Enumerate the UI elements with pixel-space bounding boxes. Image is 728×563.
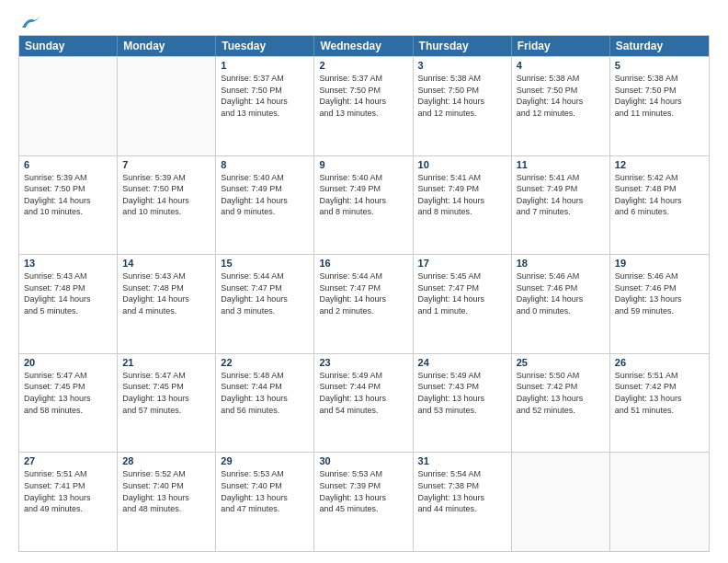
cell-day-number: 15 — [221, 258, 309, 269]
cell-info: Sunrise: 5:53 AM Sunset: 7:40 PM Dayligh… — [221, 468, 309, 514]
weekday-header: Wednesday — [314, 36, 413, 56]
cell-day-number: 5 — [615, 60, 704, 71]
cell-info: Sunrise: 5:43 AM Sunset: 7:48 PM Dayligh… — [24, 270, 112, 316]
cell-day-number: 17 — [418, 258, 506, 269]
calendar-cell: 25Sunrise: 5:50 AM Sunset: 7:42 PM Dayli… — [512, 354, 610, 453]
cell-info: Sunrise: 5:46 AM Sunset: 7:46 PM Dayligh… — [517, 270, 605, 316]
cell-info: Sunrise: 5:37 AM Sunset: 7:50 PM Dayligh… — [319, 73, 407, 119]
calendar-cell — [610, 453, 709, 551]
calendar-row: 27Sunrise: 5:51 AM Sunset: 7:41 PM Dayli… — [19, 452, 709, 551]
calendar-cell: 28Sunrise: 5:52 AM Sunset: 7:40 PM Dayli… — [118, 453, 216, 551]
calendar-cell — [19, 57, 118, 155]
cell-day-number: 2 — [319, 60, 407, 71]
cell-day-number: 31 — [418, 455, 506, 466]
cell-info: Sunrise: 5:50 AM Sunset: 7:42 PM Dayligh… — [517, 370, 605, 416]
cell-info: Sunrise: 5:37 AM Sunset: 7:50 PM Dayligh… — [221, 73, 309, 119]
page: SundayMondayTuesdayWednesdayThursdayFrid… — [0, 0, 728, 563]
calendar-cell: 12Sunrise: 5:42 AM Sunset: 7:48 PM Dayli… — [610, 156, 709, 255]
cell-day-number: 4 — [517, 60, 605, 71]
cell-day-number: 22 — [221, 357, 309, 368]
calendar-cell: 11Sunrise: 5:41 AM Sunset: 7:49 PM Dayli… — [512, 156, 610, 255]
weekday-header: Monday — [118, 36, 216, 56]
cell-day-number: 23 — [319, 357, 407, 368]
cell-info: Sunrise: 5:40 AM Sunset: 7:49 PM Dayligh… — [221, 172, 309, 218]
calendar-cell: 14Sunrise: 5:43 AM Sunset: 7:48 PM Dayli… — [118, 255, 216, 353]
cell-info: Sunrise: 5:53 AM Sunset: 7:39 PM Dayligh… — [319, 468, 407, 514]
weekday-header: Tuesday — [216, 36, 314, 56]
calendar-cell — [512, 453, 610, 551]
calendar-cell: 27Sunrise: 5:51 AM Sunset: 7:41 PM Dayli… — [19, 453, 118, 551]
cell-day-number: 28 — [122, 455, 210, 466]
cell-info: Sunrise: 5:51 AM Sunset: 7:42 PM Dayligh… — [615, 370, 704, 416]
calendar-cell: 21Sunrise: 5:47 AM Sunset: 7:45 PM Dayli… — [118, 354, 216, 453]
calendar-cell: 17Sunrise: 5:45 AM Sunset: 7:47 PM Dayli… — [414, 255, 512, 353]
calendar-row: 13Sunrise: 5:43 AM Sunset: 7:48 PM Dayli… — [19, 254, 709, 353]
weekday-header: Saturday — [610, 36, 709, 56]
cell-info: Sunrise: 5:44 AM Sunset: 7:47 PM Dayligh… — [221, 270, 309, 316]
calendar-cell: 24Sunrise: 5:49 AM Sunset: 7:43 PM Dayli… — [414, 354, 512, 453]
cell-info: Sunrise: 5:38 AM Sunset: 7:50 PM Dayligh… — [615, 73, 704, 119]
cell-day-number: 19 — [615, 258, 704, 269]
cell-day-number: 11 — [517, 159, 605, 170]
calendar-cell: 30Sunrise: 5:53 AM Sunset: 7:39 PM Dayli… — [314, 453, 413, 551]
calendar-cell: 4Sunrise: 5:38 AM Sunset: 7:50 PM Daylig… — [512, 57, 610, 155]
cell-day-number: 30 — [319, 455, 407, 466]
cell-info: Sunrise: 5:38 AM Sunset: 7:50 PM Dayligh… — [517, 73, 605, 119]
cell-day-number: 24 — [418, 357, 506, 368]
header — [18, 15, 710, 28]
cell-info: Sunrise: 5:47 AM Sunset: 7:45 PM Dayligh… — [24, 370, 112, 416]
cell-day-number: 25 — [517, 357, 605, 368]
cell-info: Sunrise: 5:48 AM Sunset: 7:44 PM Dayligh… — [221, 370, 309, 416]
cell-info: Sunrise: 5:42 AM Sunset: 7:48 PM Dayligh… — [615, 172, 704, 218]
calendar-cell: 10Sunrise: 5:41 AM Sunset: 7:49 PM Dayli… — [414, 156, 512, 255]
cell-info: Sunrise: 5:44 AM Sunset: 7:47 PM Dayligh… — [319, 270, 407, 316]
calendar-header: SundayMondayTuesdayWednesdayThursdayFrid… — [19, 36, 709, 56]
calendar-cell: 7Sunrise: 5:39 AM Sunset: 7:50 PM Daylig… — [118, 156, 216, 255]
calendar-cell: 6Sunrise: 5:39 AM Sunset: 7:50 PM Daylig… — [19, 156, 118, 255]
weekday-header: Thursday — [414, 36, 512, 56]
cell-day-number: 3 — [418, 60, 506, 71]
calendar-cell: 13Sunrise: 5:43 AM Sunset: 7:48 PM Dayli… — [19, 255, 118, 353]
cell-info: Sunrise: 5:45 AM Sunset: 7:47 PM Dayligh… — [418, 270, 506, 316]
cell-info: Sunrise: 5:49 AM Sunset: 7:43 PM Dayligh… — [418, 370, 506, 416]
calendar-cell: 15Sunrise: 5:44 AM Sunset: 7:47 PM Dayli… — [216, 255, 314, 353]
calendar-cell: 31Sunrise: 5:54 AM Sunset: 7:38 PM Dayli… — [414, 453, 512, 551]
cell-info: Sunrise: 5:40 AM Sunset: 7:49 PM Dayligh… — [319, 172, 407, 218]
calendar-cell: 8Sunrise: 5:40 AM Sunset: 7:49 PM Daylig… — [216, 156, 314, 255]
cell-info: Sunrise: 5:39 AM Sunset: 7:50 PM Dayligh… — [122, 172, 210, 218]
calendar-cell: 16Sunrise: 5:44 AM Sunset: 7:47 PM Dayli… — [314, 255, 413, 353]
cell-info: Sunrise: 5:46 AM Sunset: 7:46 PM Dayligh… — [615, 270, 704, 316]
cell-day-number: 6 — [24, 159, 112, 170]
cell-day-number: 29 — [221, 455, 309, 466]
calendar-cell: 23Sunrise: 5:49 AM Sunset: 7:44 PM Dayli… — [314, 354, 413, 453]
cell-info: Sunrise: 5:47 AM Sunset: 7:45 PM Dayligh… — [122, 370, 210, 416]
logo — [18, 15, 40, 28]
calendar-body: 1Sunrise: 5:37 AM Sunset: 7:50 PM Daylig… — [19, 56, 709, 551]
weekday-header: Friday — [512, 36, 610, 56]
cell-info: Sunrise: 5:49 AM Sunset: 7:44 PM Dayligh… — [319, 370, 407, 416]
cell-day-number: 10 — [418, 159, 506, 170]
cell-info: Sunrise: 5:54 AM Sunset: 7:38 PM Dayligh… — [418, 468, 506, 514]
cell-day-number: 20 — [24, 357, 112, 368]
cell-info: Sunrise: 5:41 AM Sunset: 7:49 PM Dayligh… — [418, 172, 506, 218]
cell-day-number: 12 — [615, 159, 704, 170]
calendar-cell: 22Sunrise: 5:48 AM Sunset: 7:44 PM Dayli… — [216, 354, 314, 453]
cell-info: Sunrise: 5:43 AM Sunset: 7:48 PM Dayligh… — [122, 270, 210, 316]
calendar-row: 1Sunrise: 5:37 AM Sunset: 7:50 PM Daylig… — [19, 56, 709, 155]
calendar-cell — [118, 57, 216, 155]
cell-day-number: 27 — [24, 455, 112, 466]
calendar-cell: 3Sunrise: 5:38 AM Sunset: 7:50 PM Daylig… — [414, 57, 512, 155]
calendar-cell: 20Sunrise: 5:47 AM Sunset: 7:45 PM Dayli… — [19, 354, 118, 453]
cell-day-number: 7 — [122, 159, 210, 170]
cell-day-number: 1 — [221, 60, 309, 71]
calendar-row: 6Sunrise: 5:39 AM Sunset: 7:50 PM Daylig… — [19, 155, 709, 255]
cell-day-number: 16 — [319, 258, 407, 269]
calendar-cell: 1Sunrise: 5:37 AM Sunset: 7:50 PM Daylig… — [216, 57, 314, 155]
calendar-cell: 29Sunrise: 5:53 AM Sunset: 7:40 PM Dayli… — [216, 453, 314, 551]
cell-info: Sunrise: 5:39 AM Sunset: 7:50 PM Dayligh… — [24, 172, 112, 218]
cell-info: Sunrise: 5:52 AM Sunset: 7:40 PM Dayligh… — [122, 468, 210, 514]
cell-day-number: 9 — [319, 159, 407, 170]
calendar-cell: 9Sunrise: 5:40 AM Sunset: 7:49 PM Daylig… — [314, 156, 413, 255]
logo-text — [18, 15, 40, 31]
cell-info: Sunrise: 5:51 AM Sunset: 7:41 PM Dayligh… — [24, 468, 112, 514]
